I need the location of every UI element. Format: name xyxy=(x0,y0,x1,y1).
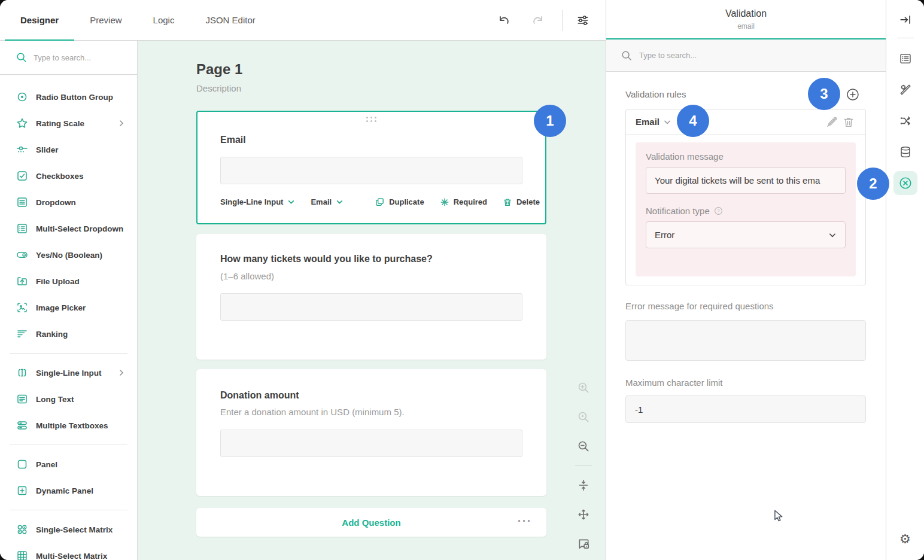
undo-button[interactable] xyxy=(493,10,515,31)
question-card-email[interactable]: Email Single-Line Input Email Duplicate xyxy=(196,111,546,224)
lock-questions-button[interactable] xyxy=(573,533,594,555)
question-text-input[interactable] xyxy=(220,430,522,457)
database-icon xyxy=(899,145,912,159)
toolbox-item-rating-scale[interactable]: Rating Scale xyxy=(0,110,137,136)
toolbox-search-input[interactable] xyxy=(34,53,117,62)
collapse-panel-button[interactable] xyxy=(893,8,917,32)
tab-logic-label: Logic xyxy=(153,15,175,25)
property-search-input[interactable] xyxy=(639,51,819,60)
question-title[interactable]: How many tickets would you like to purch… xyxy=(220,254,433,264)
question-type-dropdown[interactable]: Single-Line Input xyxy=(220,197,295,206)
question-type-label: Single-Line Input xyxy=(220,197,283,206)
toolbox-item-multi-select-dropdown[interactable]: Multi-Select Dropdown xyxy=(0,215,137,242)
add-validation-rule-button[interactable] xyxy=(846,87,860,102)
question-description: Enter a donation amount in USD (minimum … xyxy=(220,407,405,417)
drag-mode-button[interactable] xyxy=(573,504,594,525)
page-title[interactable]: Page 1 xyxy=(196,61,242,78)
collapse-all-button[interactable] xyxy=(573,474,594,496)
drag-handle-icon[interactable] xyxy=(366,117,377,122)
toolbox-item-boolean[interactable]: Yes/No (Boolean) xyxy=(0,242,137,268)
tab-logic[interactable]: Logic xyxy=(138,0,190,40)
required-toggle[interactable]: Required xyxy=(440,197,487,207)
tab-data[interactable] xyxy=(893,140,917,164)
toolbox-item-label: Slider xyxy=(36,145,59,154)
toolbox-item-slider[interactable]: Slider xyxy=(0,136,137,163)
tab-preview[interactable]: Preview xyxy=(74,0,137,40)
page-description[interactable]: Description xyxy=(196,83,242,93)
star-icon xyxy=(16,117,28,129)
question-text-input[interactable] xyxy=(220,157,522,184)
question-card-donation[interactable]: Donation amount Enter a donation amount … xyxy=(196,369,546,496)
lock-chat-icon xyxy=(577,537,590,550)
question-card-tickets[interactable]: How many tickets would you like to purch… xyxy=(196,234,546,360)
multi-select-matrix-icon xyxy=(16,550,28,560)
toolbox-item-label: Rating Scale xyxy=(36,119,84,128)
zoom-in-button[interactable] xyxy=(573,377,594,398)
chevron-right-icon[interactable] xyxy=(118,120,125,127)
search-icon xyxy=(621,50,633,62)
zoom-out-icon xyxy=(577,440,590,453)
toolbox-item-image-picker[interactable]: Image Picker xyxy=(0,294,137,321)
max-char-limit-input[interactable] xyxy=(625,395,866,423)
toolbox-item-checkboxes[interactable]: Checkboxes xyxy=(0,163,137,189)
creator-settings-button[interactable] xyxy=(572,10,594,31)
zoom-out-button[interactable] xyxy=(573,436,594,457)
question-title[interactable]: Email xyxy=(220,135,246,145)
toolbox-item-dynamic-panel[interactable]: Dynamic Panel xyxy=(0,477,137,504)
page-header[interactable]: Page 1 Description xyxy=(196,61,242,93)
tab-theme[interactable] xyxy=(893,78,917,102)
toolbox-item-panel[interactable]: Panel xyxy=(0,451,137,477)
toolbox-item-multi-select-matrix[interactable]: Multi-Select Matrix xyxy=(0,543,137,560)
chevron-right-icon[interactable] xyxy=(118,369,125,376)
help-circle-icon[interactable]: ? xyxy=(714,206,723,215)
image-picker-icon xyxy=(16,302,28,314)
tab-logic[interactable] xyxy=(893,109,917,133)
tab-designer[interactable]: Designer xyxy=(5,0,74,40)
panel-icon xyxy=(16,458,28,470)
panel-settings-button[interactable]: ⚙ xyxy=(893,527,917,551)
delete-rule-button[interactable] xyxy=(840,114,857,130)
zoom-reset-button[interactable] xyxy=(573,406,594,428)
toolbox-item-file-upload[interactable]: File Upload xyxy=(0,268,137,294)
toolbox-item-single-select-matrix[interactable]: Single-Select Matrix xyxy=(0,516,137,543)
delete-label: Delete xyxy=(516,197,540,206)
shuffle-logic-icon xyxy=(899,114,912,127)
tab-validation-active[interactable] xyxy=(893,171,917,195)
max-char-limit-label: Maximum character limit xyxy=(625,378,723,388)
edit-rule-button[interactable] xyxy=(823,114,840,130)
toolbox-list: Radio Button Group Rating Scale Slider C… xyxy=(0,75,137,560)
question-title[interactable]: Donation amount xyxy=(220,390,299,401)
tab-general-settings[interactable] xyxy=(893,47,917,71)
toolbox-item-label: Radio Button Group xyxy=(36,93,113,102)
toolbox-item-dropdown[interactable]: Dropdown xyxy=(0,189,137,215)
add-question-more-icon[interactable]: ··· xyxy=(518,515,532,528)
move-arrows-icon xyxy=(577,508,590,521)
dynamic-panel-icon xyxy=(16,485,28,497)
redo-button[interactable] xyxy=(527,10,549,31)
tab-json-editor[interactable]: JSON Editor xyxy=(190,0,270,40)
validation-rule-body: Validation message Notification type ? E… xyxy=(636,142,856,276)
rule-type-dropdown[interactable]: Email xyxy=(636,117,671,127)
add-question-button[interactable]: Add Question xyxy=(342,518,400,528)
toolbox-item-label: Yes/No (Boolean) xyxy=(36,251,102,260)
toolbox-item-long-text[interactable]: Long Text xyxy=(0,386,137,412)
toolbox-item-single-line-input[interactable]: Single-Line Input xyxy=(0,360,137,386)
top-tab-bar: Designer Preview Logic JSON Editor xyxy=(0,0,606,41)
input-type-dropdown[interactable]: Email xyxy=(311,197,344,206)
question-text-input[interactable] xyxy=(220,293,522,321)
collapse-right-icon xyxy=(899,13,912,26)
toolbox-item-label: Long Text xyxy=(36,395,74,404)
undo-icon xyxy=(497,14,510,27)
toolbox-item-radio-button-group[interactable]: Radio Button Group xyxy=(0,84,137,110)
toolbox-item-multiple-textboxes[interactable]: Multiple Textboxes xyxy=(0,412,137,439)
required-error-textarea[interactable] xyxy=(625,320,866,361)
toolbox-sidebar: Radio Button Group Rating Scale Slider C… xyxy=(0,41,138,560)
slider-icon xyxy=(16,144,28,156)
duplicate-button[interactable]: Duplicate xyxy=(375,197,424,207)
toolbox-item-ranking[interactable]: Ranking xyxy=(0,321,137,347)
chevron-down-icon xyxy=(663,118,671,126)
validation-message-input[interactable] xyxy=(646,167,846,194)
toolbox-divider xyxy=(10,445,127,445)
delete-question-button[interactable]: Delete xyxy=(503,197,540,207)
notification-type-select[interactable]: Error xyxy=(646,221,846,248)
